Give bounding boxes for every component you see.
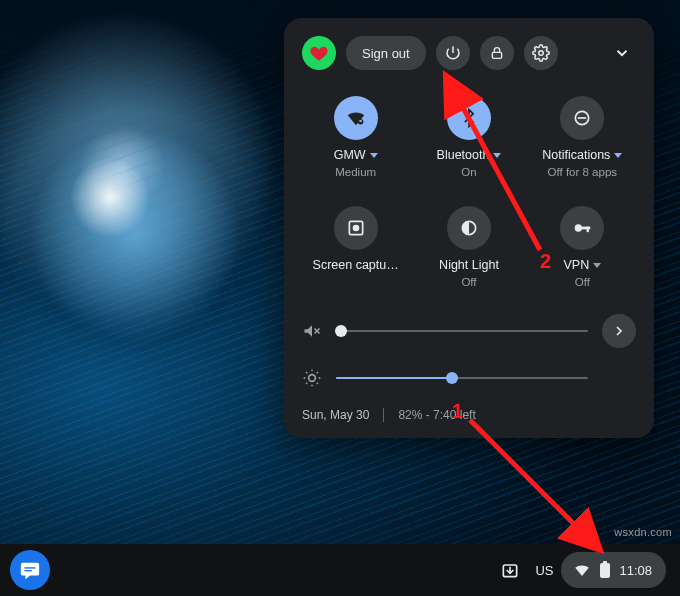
chevron-down-icon: [613, 44, 631, 62]
tile-notif-sub: Off for 8 apps: [548, 166, 617, 178]
ime-label: US: [535, 563, 553, 578]
volume-mute-icon[interactable]: [302, 321, 322, 341]
quick-tiles: GMW Medium Bluetooth On: [302, 96, 636, 288]
watermark: wsxdn.com: [614, 526, 672, 538]
lock-button[interactable]: [480, 36, 514, 70]
wifi-icon: [334, 96, 378, 140]
tile-bluetooth[interactable]: Bluetooth On: [415, 96, 522, 178]
gear-icon: [532, 44, 550, 62]
tile-wifi-sub: Medium: [335, 166, 376, 178]
tile-vpn[interactable]: VPN Off: [529, 206, 636, 288]
power-button[interactable]: [436, 36, 470, 70]
chevron-right-icon: [611, 323, 627, 339]
svg-rect-22: [25, 567, 36, 568]
tile-bt-sub: On: [461, 166, 476, 178]
divider: [383, 408, 384, 422]
tile-vpn-sub: Off: [575, 276, 590, 288]
bluetooth-icon: [447, 96, 491, 140]
tile-night-label: Night Light: [439, 258, 499, 272]
panel-header: Sign out: [302, 36, 636, 70]
do-not-disturb-icon: [560, 96, 604, 140]
settings-button[interactable]: [524, 36, 558, 70]
battery-icon: [599, 561, 611, 579]
tile-notifications[interactable]: Notifications Off for 8 apps: [529, 96, 636, 178]
quick-settings-panel: Sign out: [284, 18, 654, 438]
footer-date: Sun, May 30: [302, 408, 369, 422]
volume-row: [302, 314, 636, 348]
sign-out-button[interactable]: Sign out: [346, 36, 426, 70]
brightness-row: [302, 368, 636, 388]
svg-rect-0: [492, 52, 501, 58]
svg-rect-23: [25, 570, 32, 571]
tray-tote[interactable]: [493, 553, 527, 587]
svg-rect-27: [603, 561, 607, 564]
tile-notif-label: Notifications: [542, 148, 610, 162]
tile-bt-label: Bluetooth: [437, 148, 490, 162]
audio-settings-button[interactable]: [602, 314, 636, 348]
brightness-slider[interactable]: [336, 377, 588, 379]
tile-screen-capture[interactable]: Screen captu…: [302, 206, 409, 288]
volume-slider[interactable]: [336, 330, 588, 332]
svg-line-20: [306, 383, 307, 384]
night-light-icon: [447, 206, 491, 250]
caret-icon: [370, 153, 378, 158]
footer-battery: 82% - 7:40 left: [398, 408, 475, 422]
collapse-button[interactable]: [608, 39, 636, 67]
tile-vpn-label: VPN: [563, 258, 589, 272]
svg-line-19: [317, 383, 318, 384]
brightness-icon[interactable]: [302, 368, 322, 388]
svg-rect-26: [600, 563, 610, 578]
tile-capture-label: Screen captu…: [313, 258, 399, 272]
svg-point-1: [538, 51, 543, 56]
power-icon: [444, 44, 462, 62]
caret-icon: [614, 153, 622, 158]
tote-icon: [500, 560, 520, 580]
shelf: US 11:08: [0, 544, 680, 596]
clock-label: 11:08: [619, 563, 652, 578]
svg-rect-10: [587, 227, 589, 233]
tile-night-sub: Off: [461, 276, 476, 288]
screen-capture-icon: [334, 206, 378, 250]
panel-footer: Sun, May 30 82% - 7:40 left: [302, 408, 636, 422]
svg-line-18: [306, 372, 307, 373]
caret-icon: [493, 153, 501, 158]
ime-indicator[interactable]: US: [527, 553, 561, 587]
svg-line-21: [317, 372, 318, 373]
sign-out-label: Sign out: [362, 46, 410, 61]
status-area[interactable]: 11:08: [561, 552, 666, 588]
messages-app[interactable]: [10, 550, 50, 590]
user-avatar[interactable]: [302, 36, 336, 70]
sliders-group: [302, 314, 636, 388]
tile-wifi-label: GMW: [334, 148, 366, 162]
svg-point-13: [309, 375, 316, 382]
messages-icon: [19, 559, 41, 581]
lock-icon: [489, 45, 505, 61]
svg-rect-3: [359, 120, 361, 122]
tile-wifi[interactable]: GMW Medium: [302, 96, 409, 178]
tile-night-light[interactable]: Night Light Off: [415, 206, 522, 288]
svg-point-7: [353, 226, 358, 231]
wifi-icon: [573, 561, 591, 579]
caret-icon: [593, 263, 601, 268]
heart-icon: [309, 43, 329, 63]
vpn-key-icon: [560, 206, 604, 250]
